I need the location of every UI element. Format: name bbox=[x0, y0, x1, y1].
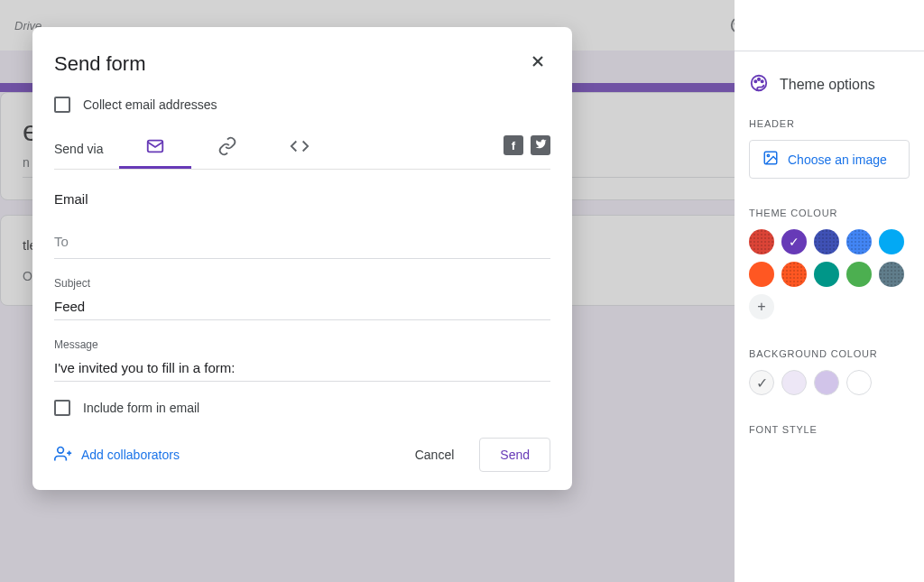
theme-colour-swatches: + bbox=[749, 229, 910, 319]
bg-colour-swatch-selected[interactable]: ✓ bbox=[749, 370, 774, 395]
embed-icon bbox=[290, 136, 310, 160]
colour-swatch[interactable] bbox=[749, 262, 774, 287]
facebook-share-button[interactable]: f bbox=[504, 135, 523, 155]
colour-swatch[interactable] bbox=[846, 262, 872, 287]
person-add-icon bbox=[54, 445, 72, 466]
colour-swatch-selected[interactable] bbox=[781, 229, 807, 254]
cancel-button[interactable]: Cancel bbox=[397, 438, 473, 472]
close-icon bbox=[529, 54, 547, 74]
background-colour-swatches: ✓ bbox=[749, 370, 910, 395]
colour-swatch[interactable] bbox=[814, 262, 839, 287]
link-icon bbox=[217, 136, 237, 160]
svg-point-8 bbox=[758, 79, 760, 80]
bg-colour-swatch[interactable] bbox=[814, 370, 839, 395]
send-submit-button[interactable]: Send bbox=[479, 438, 550, 472]
colour-swatch[interactable] bbox=[814, 229, 839, 254]
svg-point-7 bbox=[754, 80, 756, 82]
collect-emails-label: Collect email addresses bbox=[83, 97, 217, 112]
choose-image-button[interactable]: Choose an image bbox=[749, 140, 910, 179]
include-form-label: Include form in email bbox=[83, 401, 199, 415]
colour-swatch[interactable] bbox=[846, 229, 872, 254]
add-collaborators-button[interactable]: Add collaborators bbox=[54, 445, 180, 466]
message-label: Message bbox=[54, 338, 550, 351]
svg-point-15 bbox=[58, 447, 64, 453]
subject-label: Subject bbox=[54, 277, 550, 290]
bg-colour-swatch[interactable] bbox=[846, 370, 872, 395]
palette-icon bbox=[749, 73, 769, 97]
send-form-modal: Send form Collect email addresses Send v… bbox=[32, 27, 572, 490]
image-icon bbox=[762, 150, 779, 169]
colour-swatch[interactable] bbox=[879, 262, 904, 287]
add-colour-button[interactable]: + bbox=[749, 294, 774, 319]
background-colour-label: BACKGROUND COLOUR bbox=[749, 348, 910, 359]
tab-email[interactable] bbox=[119, 129, 191, 169]
subject-input[interactable] bbox=[54, 293, 550, 320]
bg-colour-swatch[interactable] bbox=[781, 370, 807, 395]
theme-colour-label: THEME COLOUR bbox=[749, 208, 910, 218]
svg-point-9 bbox=[762, 80, 763, 82]
modal-title: Send form bbox=[54, 52, 146, 76]
email-section-title: Email bbox=[54, 191, 550, 207]
theme-options-title: Theme options bbox=[749, 73, 910, 97]
include-form-checkbox[interactable] bbox=[54, 400, 70, 416]
collect-emails-checkbox[interactable] bbox=[54, 97, 70, 113]
tab-link[interactable] bbox=[191, 129, 263, 169]
colour-swatch[interactable] bbox=[749, 229, 774, 254]
send-via-label: Send via bbox=[54, 142, 119, 156]
colour-swatch[interactable] bbox=[879, 229, 904, 254]
email-icon bbox=[145, 136, 165, 160]
colour-swatch[interactable] bbox=[781, 262, 807, 287]
twitter-share-button[interactable] bbox=[531, 135, 550, 155]
twitter-icon bbox=[535, 138, 547, 152]
facebook-icon: f bbox=[512, 139, 515, 152]
svg-point-11 bbox=[767, 154, 769, 156]
tab-embed[interactable] bbox=[263, 129, 336, 169]
font-style-label: FONT STYLE bbox=[749, 424, 910, 435]
header-section-label: HEADER bbox=[749, 118, 910, 129]
message-input[interactable] bbox=[54, 355, 550, 382]
close-button[interactable] bbox=[525, 49, 550, 79]
to-input[interactable] bbox=[54, 225, 550, 259]
